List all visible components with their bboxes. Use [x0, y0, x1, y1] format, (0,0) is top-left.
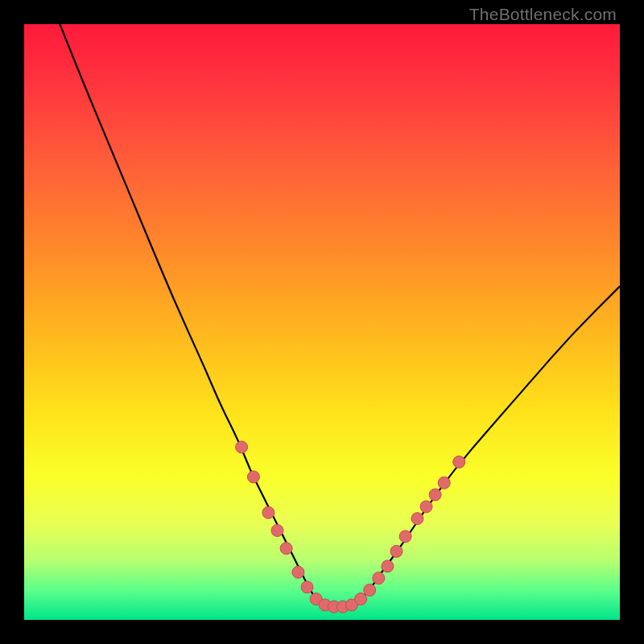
curve-marker	[364, 584, 376, 597]
bottleneck-curve	[60, 24, 620, 608]
curve-marker	[271, 525, 283, 537]
curve-marker	[373, 572, 385, 584]
curve-marker	[399, 530, 411, 543]
curve-markers	[236, 441, 465, 613]
curve-marker	[355, 593, 367, 605]
curve-marker	[420, 501, 432, 513]
curve-marker	[301, 581, 313, 593]
curve-marker	[429, 489, 441, 501]
curve-marker	[280, 543, 292, 555]
curve-marker	[411, 513, 423, 525]
curve-marker	[292, 566, 304, 578]
curve-marker	[262, 506, 275, 518]
curve-marker	[438, 477, 450, 489]
curve-marker	[453, 456, 465, 468]
curve-marker	[236, 441, 248, 453]
chart-frame: TheBottleneck.com	[0, 0, 644, 644]
bottleneck-chart	[24, 24, 620, 620]
curve-marker	[390, 545, 402, 557]
plot-area	[24, 24, 620, 620]
curve-marker	[247, 471, 259, 483]
curve-marker	[382, 560, 394, 572]
watermark-text: TheBottleneck.com	[469, 5, 617, 24]
